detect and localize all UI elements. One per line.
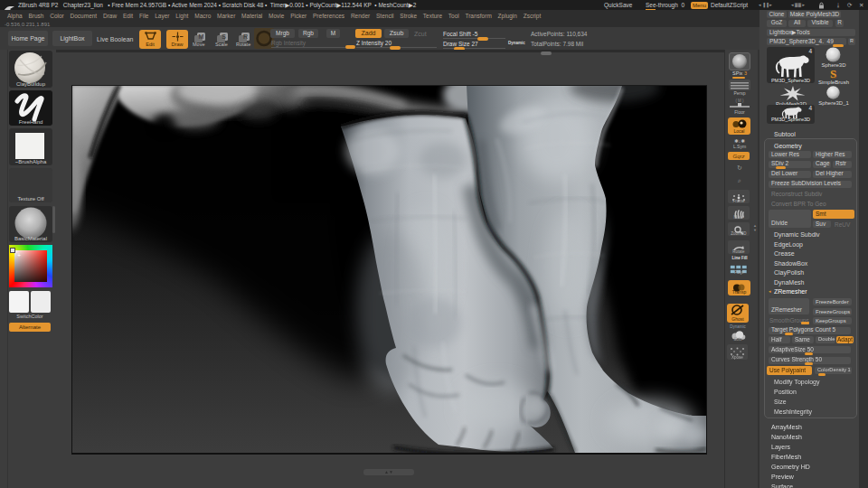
svg-text:M: M (199, 33, 204, 40)
svg-text:R: R (243, 33, 248, 40)
svg-text:S: S (222, 33, 226, 40)
